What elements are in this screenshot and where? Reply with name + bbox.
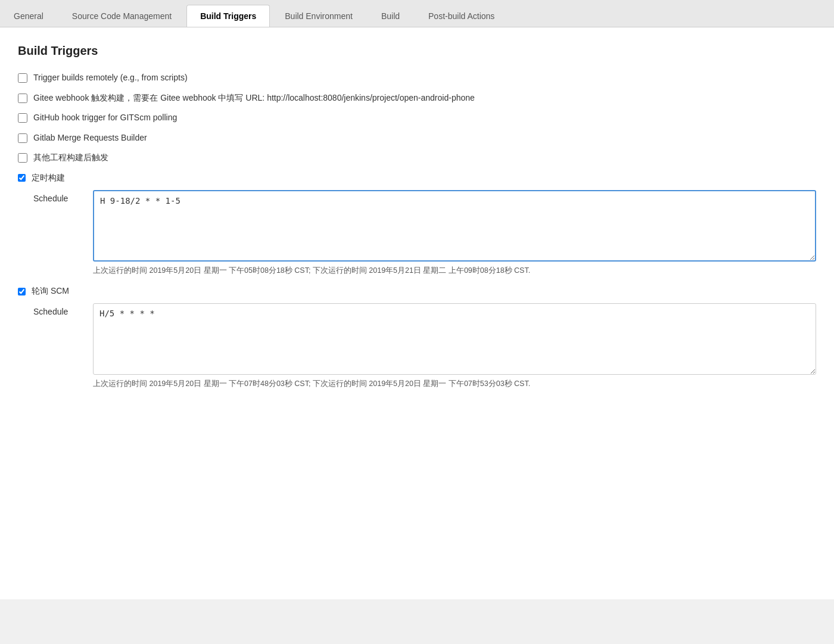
scheduled-build-header: 定时构建 (18, 172, 816, 184)
tab-general[interactable]: General (0, 5, 57, 27)
trigger-remote-checkbox[interactable] (18, 73, 27, 83)
tab-post-build-actions[interactable]: Post-build Actions (415, 5, 508, 27)
trigger-list: Trigger builds remotely (e.g., from scri… (18, 72, 816, 164)
tab-build-environment[interactable]: Build Environment (271, 5, 366, 27)
tab-source-code-management[interactable]: Source Code Management (58, 5, 185, 27)
trigger-item-remote: Trigger builds remotely (e.g., from scri… (18, 72, 816, 84)
trigger-github-label: GitHub hook trigger for GITScm polling (33, 112, 177, 124)
trigger-gitlab-label: Gitlab Merge Requests Builder (33, 132, 147, 144)
scm-poll-textarea[interactable] (93, 303, 816, 375)
scheduled-build-label: 定时构建 (32, 172, 65, 184)
scm-poll-checkbox[interactable] (18, 288, 26, 295)
trigger-other-checkbox[interactable] (18, 153, 27, 163)
trigger-gitlab-checkbox[interactable] (18, 133, 27, 143)
trigger-item-gitee: Gitee webhook 触发构建，需要在 Gitee webhook 中填写… (18, 92, 816, 104)
section-title: Build Triggers (18, 44, 816, 58)
trigger-remote-label: Trigger builds remotely (e.g., from scri… (33, 72, 188, 84)
scheduled-build-info: 上次运行的时间 2019年5月20日 星期一 下午05时08分18秒 CST; … (93, 265, 748, 276)
trigger-item-other: 其他工程构建后触发 (18, 152, 816, 164)
scm-poll-row: Schedule (33, 303, 816, 375)
scheduled-build-textarea[interactable] (93, 190, 816, 262)
scm-poll-section: 轮询 SCM Schedule 上次运行的时间 2019年5月20日 星期一 下… (18, 285, 816, 389)
trigger-gitee-checkbox[interactable] (18, 94, 27, 103)
tab-build[interactable]: Build (368, 5, 413, 27)
trigger-item-github: GitHub hook trigger for GITScm polling (18, 112, 816, 124)
scheduled-build-row: Schedule (33, 190, 816, 262)
scm-poll-info: 上次运行的时间 2019年5月20日 星期一 下午07时48分03秒 CST; … (93, 378, 748, 390)
scm-poll-label: 轮询 SCM (32, 285, 69, 297)
tab-bar: General Source Code Management Build Tri… (0, 0, 834, 27)
trigger-item-gitlab: Gitlab Merge Requests Builder (18, 132, 816, 144)
scheduled-build-section: 定时构建 Schedule 上次运行的时间 2019年5月20日 星期一 下午0… (18, 172, 816, 276)
scheduled-build-schedule-label: Schedule (33, 190, 93, 203)
scm-poll-header: 轮询 SCM (18, 285, 816, 297)
tab-build-triggers[interactable]: Build Triggers (186, 5, 270, 27)
scm-poll-schedule-label: Schedule (33, 303, 93, 316)
trigger-other-label: 其他工程构建后触发 (33, 152, 108, 164)
scheduled-build-checkbox[interactable] (18, 174, 26, 182)
trigger-gitee-label: Gitee webhook 触发构建，需要在 Gitee webhook 中填写… (33, 92, 475, 104)
content-area: Build Triggers Trigger builds remotely (… (0, 27, 834, 599)
trigger-github-checkbox[interactable] (18, 113, 27, 123)
